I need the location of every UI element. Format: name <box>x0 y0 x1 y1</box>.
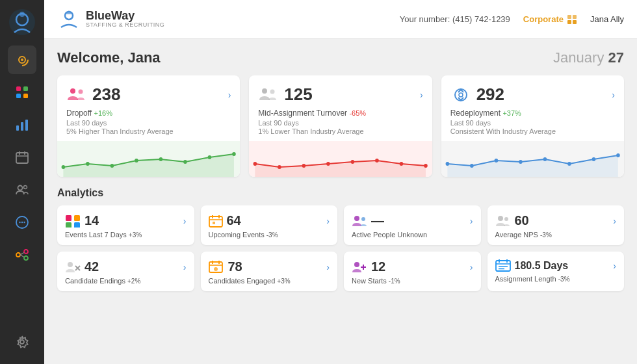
svg-point-45 <box>262 88 267 94</box>
svg-rect-11 <box>21 122 23 131</box>
active-people-chevron[interactable]: › <box>470 216 473 226</box>
svg-rect-66 <box>74 215 80 221</box>
dropoff-chart <box>57 141 240 177</box>
upcoming-events-card[interactable]: 64 › Upcoming Events -3% <box>201 205 338 245</box>
sidebar-item-dashboard[interactable] <box>8 46 36 74</box>
assignment-length-card[interactable]: 180.5 Days › Assignment Length -3% <box>488 252 625 291</box>
new-starts-icon <box>352 261 367 274</box>
svg-point-35 <box>70 88 75 94</box>
svg-rect-9 <box>23 94 28 98</box>
svg-rect-65 <box>66 215 72 221</box>
candidate-endings-number: 42 <box>84 259 99 274</box>
svg-point-59 <box>494 159 498 162</box>
redeployment-card[interactable]: 292 › Redeployment +37% Last 90 days Con… <box>441 75 624 177</box>
svg-point-38 <box>86 162 90 166</box>
svg-point-62 <box>567 162 571 166</box>
candidate-endings-card[interactable]: 42 › Candidate Endings +2% <box>57 252 194 291</box>
sidebar-item-settings[interactable] <box>8 328 36 356</box>
sidebar-item-analytics[interactable] <box>8 110 36 139</box>
turnover-chevron[interactable]: › <box>420 90 423 100</box>
svg-rect-69 <box>209 216 222 227</box>
svg-rect-67 <box>66 222 72 228</box>
svg-point-24 <box>24 250 28 254</box>
events-7days-number: 14 <box>84 213 99 228</box>
header-corporate[interactable]: Corporate <box>523 14 577 25</box>
svg-point-39 <box>110 164 114 168</box>
candidates-engaged-chevron[interactable]: › <box>326 262 330 272</box>
svg-point-17 <box>18 186 23 190</box>
svg-point-18 <box>24 186 27 189</box>
svg-rect-68 <box>74 222 80 228</box>
sidebar-item-connections[interactable] <box>8 240 36 269</box>
turnover-card[interactable]: 125 › Mid-Assignment Turnover -65% Last … <box>249 75 432 177</box>
upcoming-events-chevron[interactable]: › <box>326 216 330 226</box>
candidate-endings-icon <box>65 261 81 274</box>
candidates-engaged-card[interactable]: 78 › Candidates Engaged +3% <box>201 252 338 291</box>
active-people-card[interactable]: — › Active People Unknown <box>344 205 481 245</box>
new-starts-label: New Starts -1% <box>352 277 473 285</box>
svg-point-23 <box>16 253 20 257</box>
date-text: January 27 <box>553 49 624 66</box>
redeployment-icon <box>450 87 471 103</box>
candidates-engaged-icon <box>209 261 224 274</box>
dropoff-label: Dropoff +16% <box>66 109 231 118</box>
redeployment-comparison: Consistent With Industry Average <box>450 127 615 135</box>
sidebar-item-messages[interactable] <box>8 208 36 237</box>
svg-point-53 <box>400 162 404 166</box>
header-phone: Your number: (415) 742-1239 <box>400 14 510 24</box>
svg-rect-13 <box>16 153 28 163</box>
dropoff-card[interactable]: 238 › Dropoff +16% Last 90 days 5% Highe… <box>57 75 240 177</box>
svg-rect-34 <box>573 20 577 24</box>
avg-nps-card[interactable]: 60 › Average NPS -3% <box>488 205 625 245</box>
logo-sub: STAFFING & RECRUITING <box>86 22 164 29</box>
upcoming-events-label: Upcoming Events -3% <box>209 231 330 239</box>
sidebar-item-calendar[interactable] <box>8 143 36 172</box>
svg-point-77 <box>504 217 508 221</box>
assignment-length-icon <box>495 259 511 272</box>
assignment-length-number: 180.5 Days <box>515 260 569 272</box>
avg-nps-number: 60 <box>515 213 529 228</box>
nps-icon <box>495 214 511 228</box>
svg-point-78 <box>68 262 73 267</box>
corporate-text: Corporate <box>523 14 564 24</box>
events-7days-card[interactable]: 14 › Events Last 7 Days +3% <box>57 205 194 245</box>
events-7days-label: Events Last 7 Days +3% <box>65 231 187 239</box>
sidebar-logo <box>8 8 36 36</box>
analytics-row2: 42 › Candidate Endings +2% <box>57 252 624 291</box>
svg-point-51 <box>351 160 355 164</box>
svg-point-57 <box>445 162 449 166</box>
events-7days-chevron[interactable]: › <box>183 216 187 226</box>
svg-rect-7 <box>23 86 28 91</box>
header-user: Jana Ally <box>590 14 624 24</box>
sidebar-item-people[interactable] <box>8 176 36 204</box>
svg-point-21 <box>21 222 23 223</box>
svg-point-37 <box>62 165 66 169</box>
turnover-period: Last 90 days <box>258 119 422 127</box>
svg-point-50 <box>326 162 330 166</box>
svg-point-36 <box>79 89 83 94</box>
new-starts-chevron[interactable]: › <box>470 262 473 272</box>
avg-nps-chevron[interactable]: › <box>613 216 616 226</box>
svg-point-48 <box>278 165 281 169</box>
assignment-length-chevron[interactable]: › <box>613 261 616 271</box>
active-people-icon <box>352 214 367 228</box>
svg-point-60 <box>519 160 523 164</box>
logo-name: BlueWay <box>86 10 164 23</box>
redeployment-chevron[interactable]: › <box>612 90 615 100</box>
new-starts-card[interactable]: 12 › New Starts -1% <box>344 252 481 291</box>
sidebar <box>0 0 44 364</box>
svg-point-44 <box>232 152 236 156</box>
svg-point-47 <box>254 162 257 166</box>
new-starts-number: 12 <box>371 259 385 274</box>
svg-line-26 <box>20 253 24 255</box>
page-body: Welcome, Jana January 27 <box>44 39 637 364</box>
svg-rect-73 <box>213 222 215 224</box>
candidate-endings-chevron[interactable]: › <box>183 262 187 272</box>
analytics-label: Analytics <box>57 187 624 199</box>
sidebar-item-apps[interactable] <box>8 78 36 107</box>
svg-rect-6 <box>16 86 21 91</box>
svg-point-85 <box>214 267 218 271</box>
assignment-length-label: Assignment Length -3% <box>495 275 617 283</box>
dropoff-chevron[interactable]: › <box>228 90 231 100</box>
svg-point-2 <box>20 12 25 17</box>
